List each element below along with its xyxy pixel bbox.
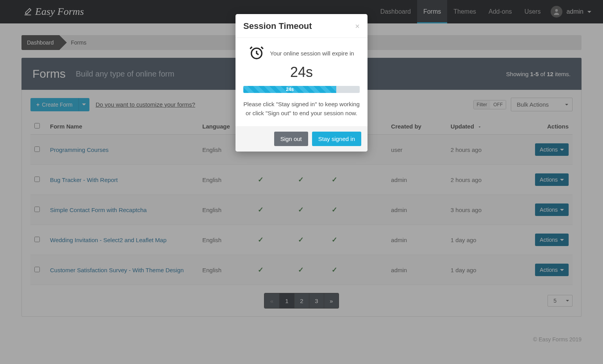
modal-countdown: 24s xyxy=(243,64,360,80)
alarm-clock-icon xyxy=(249,45,264,62)
modal-message: Please click "Stay signed in" to keep wo… xyxy=(243,100,360,118)
modal-close-button[interactable]: × xyxy=(355,22,360,31)
modal-expire-text: Your online session will expire in xyxy=(270,50,354,57)
modal-progress: 24s xyxy=(243,86,360,93)
sign-out-button[interactable]: Sign out xyxy=(274,132,308,146)
session-timeout-modal: Session Timeout × Your online session wi… xyxy=(235,14,368,152)
modal-progress-bar: 24s xyxy=(243,86,336,93)
stay-signed-in-button[interactable]: Stay signed in xyxy=(312,132,361,146)
modal-title: Session Timeout xyxy=(243,21,355,31)
